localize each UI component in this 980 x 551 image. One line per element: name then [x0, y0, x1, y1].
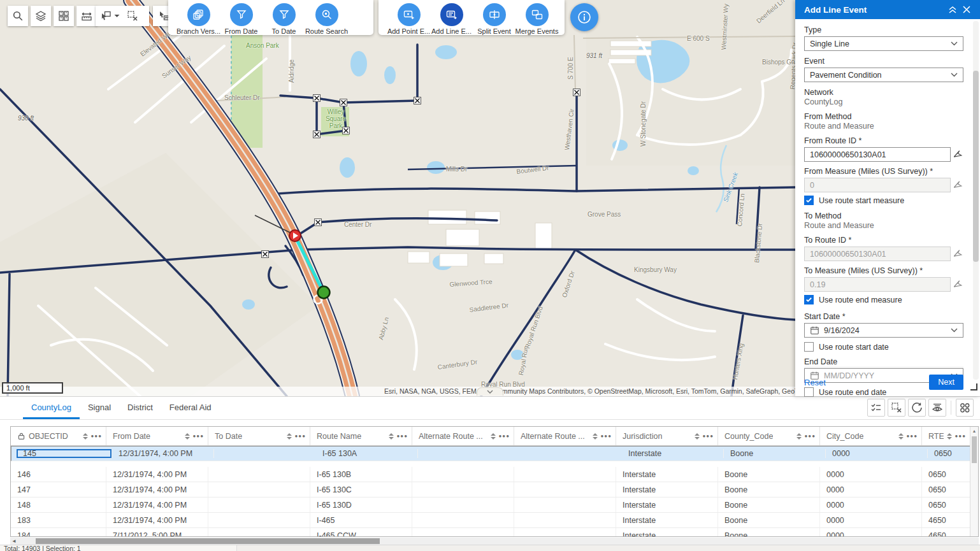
sort-icon[interactable]: [389, 433, 394, 440]
to-date-button[interactable]: To Date: [263, 3, 305, 35]
clear-selection-button[interactable]: [122, 10, 143, 22]
table-cell[interactable]: 0000: [820, 482, 922, 497]
table-cell[interactable]: I-65 130C: [310, 482, 412, 497]
column-header[interactable]: From Date●●●: [106, 427, 208, 445]
attribution-collapse-button[interactable]: [477, 387, 503, 396]
table-cell[interactable]: 147: [11, 482, 106, 497]
table-row[interactable]: 14612/31/1974, 4:00 PMI-65 130BInterstat…: [11, 467, 978, 482]
type-select[interactable]: Single Line: [804, 36, 963, 51]
column-menu-icon[interactable]: ●●●: [91, 433, 103, 439]
scrollbar-thumb[interactable]: [972, 436, 977, 463]
table-cell[interactable]: 0650: [922, 467, 970, 482]
table-cell[interactable]: 0000: [820, 467, 922, 482]
table-cell[interactable]: I-465 CCW: [310, 528, 412, 537]
table-cell[interactable]: Interstate: [616, 513, 718, 527]
sort-icon[interactable]: [593, 433, 598, 440]
tab-signal[interactable]: Signal: [80, 397, 119, 419]
panel-scrollbar[interactable]: [973, 21, 979, 380]
table-cell[interactable]: Interstate: [622, 449, 724, 458]
table-cell[interactable]: 0000: [820, 513, 922, 527]
table-cell[interactable]: [412, 482, 514, 497]
table-cell[interactable]: 183: [11, 513, 106, 527]
table-vertical-scrollbar[interactable]: ▲: [970, 427, 978, 536]
use-route-end-measure-checkbox[interactable]: Use route end measure: [804, 295, 963, 304]
column-menu-icon[interactable]: ●●●: [295, 433, 306, 439]
column-menu-icon[interactable]: ●●●: [955, 433, 967, 439]
table-cell[interactable]: 7/11/2012, 5:00 PM: [106, 528, 208, 537]
column-header[interactable]: Alternate Route ...●●●: [412, 427, 514, 445]
layers-button[interactable]: [31, 6, 51, 26]
table-cell[interactable]: [514, 513, 616, 527]
table-cell[interactable]: 0000: [820, 497, 922, 512]
toggle-columns-button[interactable]: [928, 399, 946, 417]
sort-icon[interactable]: [947, 433, 952, 440]
from-measure-input[interactable]: 0: [804, 178, 951, 192]
reset-button[interactable]: Reset: [804, 378, 826, 387]
sort-icon[interactable]: [491, 433, 496, 440]
table-cell[interactable]: [208, 467, 310, 482]
tab-countylog[interactable]: CountyLog: [23, 397, 80, 419]
table-cell[interactable]: 146: [11, 467, 106, 482]
pick-measure-from-map-icon[interactable]: [954, 180, 963, 190]
column-header[interactable]: Route Name●●●: [310, 427, 412, 445]
table-cell[interactable]: [208, 528, 310, 537]
table-cell[interactable]: [208, 497, 310, 512]
table-cell[interactable]: Boone: [718, 467, 820, 482]
pick-route-from-map-icon[interactable]: [954, 249, 963, 259]
start-date-input[interactable]: 9/16/2024: [804, 323, 963, 338]
table-cell[interactable]: 0650: [922, 497, 970, 512]
table-cell[interactable]: [514, 497, 616, 512]
table-cell[interactable]: Interstate: [616, 467, 718, 482]
use-route-start-date-checkbox[interactable]: Use route start date: [804, 342, 963, 352]
table-cell[interactable]: Interstate: [616, 497, 718, 512]
table-cell[interactable]: [208, 513, 310, 527]
table-cell[interactable]: 4650: [922, 513, 970, 527]
scrollbar-thumb[interactable]: [36, 538, 380, 544]
column-menu-icon[interactable]: ●●●: [703, 433, 714, 439]
close-panel-button[interactable]: [960, 3, 974, 17]
table-cell[interactable]: 12/31/1974, 4:00 PM: [106, 513, 208, 527]
scroll-up-arrow[interactable]: ▲: [970, 427, 978, 435]
next-button[interactable]: Next: [929, 375, 963, 390]
sort-icon[interactable]: [185, 433, 190, 440]
table-row[interactable]: 18312/31/1974, 4:00 PMI-465InterstateBoo…: [11, 513, 978, 528]
table-cell[interactable]: Boone: [724, 449, 826, 458]
column-header[interactable]: Alternate Route ...●●●: [514, 427, 616, 445]
table-cell[interactable]: 12/31/1974, 4:00 PM: [106, 497, 208, 512]
table-cell[interactable]: I-65 130D: [310, 497, 412, 512]
sort-icon[interactable]: [695, 433, 700, 440]
from-route-id-input[interactable]: 10600000650130A01: [804, 147, 951, 162]
table-cell[interactable]: 184: [11, 528, 106, 537]
info-button[interactable]: [570, 3, 598, 31]
table-cell[interactable]: Interstate: [616, 482, 718, 497]
table-cell[interactable]: [514, 528, 616, 537]
select-button[interactable]: [96, 10, 122, 22]
add-line-event-button[interactable]: Add Line E...: [430, 3, 473, 35]
table-cell[interactable]: Boone: [718, 528, 820, 537]
clear-table-selection-button[interactable]: [888, 399, 905, 417]
collapse-panel-button[interactable]: [946, 3, 960, 17]
table-cell[interactable]: 145: [17, 449, 112, 458]
table-cell[interactable]: [412, 528, 514, 537]
table-cell[interactable]: Boone: [718, 482, 820, 497]
show-selection-button[interactable]: [867, 399, 885, 417]
table-cell[interactable]: [412, 513, 514, 527]
column-header[interactable]: RTEL●●●: [922, 427, 970, 445]
to-measure-input[interactable]: 0.19: [804, 277, 951, 292]
use-route-start-measure-checkbox[interactable]: Use route start measure: [804, 196, 963, 205]
column-menu-icon[interactable]: ●●●: [499, 433, 510, 439]
table-cell[interactable]: 0650: [922, 482, 970, 497]
table-row[interactable]: 14812/31/1974, 4:00 PMI-65 130DInterstat…: [11, 497, 978, 513]
scroll-left-arrow[interactable]: ◄: [10, 538, 18, 544]
scrollbar-thumb[interactable]: [973, 71, 979, 262]
column-menu-icon[interactable]: ●●●: [601, 433, 612, 439]
to-route-id-input[interactable]: 10600000650130A01: [804, 247, 951, 261]
search-button[interactable]: [8, 6, 28, 26]
table-cell[interactable]: 12/31/1974, 4:00 PM: [112, 449, 214, 458]
table-cell[interactable]: I-65 130A: [316, 449, 418, 458]
table-cell[interactable]: Interstate: [616, 528, 718, 537]
pick-measure-from-map-icon[interactable]: [954, 280, 963, 289]
table-cell[interactable]: 0650: [928, 449, 976, 458]
branch-versions-button[interactable]: Branch Vers...: [177, 3, 220, 35]
sort-icon[interactable]: [83, 433, 88, 440]
